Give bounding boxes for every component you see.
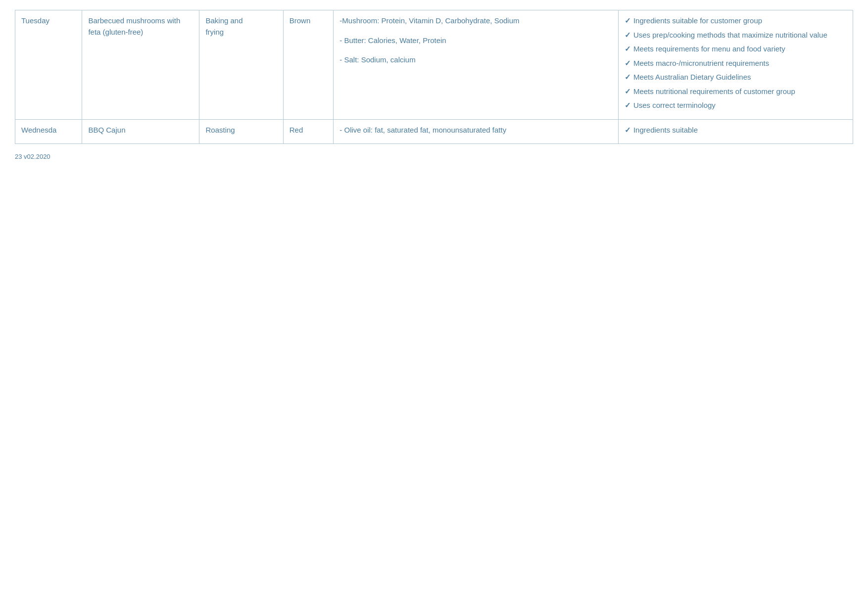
cell-tuesday-criteria: Ingredients suitable for customer group … [618, 10, 853, 120]
cell-tuesday-day: Tuesday [15, 10, 82, 120]
cell-tuesday-dish: Barbecued mushrooms with feta (gluten-fr… [82, 10, 199, 120]
cell-tuesday-nutrients: -Mushroom: Protein, Vitamin D, Carbohydr… [334, 10, 619, 120]
tuesday-criteria-1: Ingredients suitable for customer group [625, 15, 847, 27]
cell-wednesday-dish: BBQ Cajun [82, 119, 199, 144]
footer: 23 v02.2020 [15, 153, 853, 160]
wednesday-nutrient-1: - Olive oil: fat, saturated fat, monouns… [339, 126, 506, 134]
tuesday-criteria-7: Uses correct terminology [625, 100, 847, 111]
tuesday-criteria-4: Meets macro-/micronutrient requirements [625, 58, 847, 69]
table-row-wednesday: Wednesda BBQ Cajun Roasting Red - Olive … [15, 119, 853, 144]
wednesday-criteria-list: Ingredients suitable [625, 125, 847, 136]
tuesday-label: Tuesday [21, 16, 49, 25]
wednesday-criteria-1: Ingredients suitable [625, 125, 847, 136]
main-table: Tuesday Barbecued mushrooms with feta (g… [15, 10, 853, 144]
tuesday-criteria-3: Meets requirements for menu and food var… [625, 44, 847, 55]
tuesday-criteria-5: Meets Australian Dietary Guidelines [625, 72, 847, 83]
page-number: 23 [15, 153, 22, 160]
cell-wednesday-method: Roasting [199, 119, 283, 144]
cell-wednesday-color: Red [283, 119, 334, 144]
tuesday-nutrient-3: - Salt: Sodium, calcium [339, 55, 415, 64]
tuesday-criteria-list: Ingredients suitable for customer group … [625, 15, 847, 111]
cell-tuesday-method: Baking and frying [199, 10, 283, 120]
cell-wednesday-criteria: Ingredients suitable [618, 119, 853, 144]
page-wrapper: Tuesday Barbecued mushrooms with feta (g… [0, 0, 868, 614]
tuesday-method-line2: frying [205, 28, 224, 36]
tuesday-dish: Barbecued mushrooms with feta (gluten-fr… [88, 16, 180, 36]
wednesday-label: Wednesda [21, 126, 56, 134]
tuesday-color: Brown [289, 16, 311, 25]
wednesday-dish: BBQ Cajun [88, 126, 125, 134]
wednesday-color: Red [289, 126, 303, 134]
tuesday-criteria-2: Uses prep/cooking methods that maximize … [625, 30, 847, 41]
tuesday-nutrient-2: - Butter: Calories, Water, Protein [339, 36, 446, 45]
footer-date: v02.2020 [24, 153, 50, 160]
cell-tuesday-color: Brown [283, 10, 334, 120]
tuesday-method-line1: Baking and [205, 16, 242, 25]
tuesday-nutrient-1: -Mushroom: Protein, Vitamin D, Carbohydr… [339, 16, 519, 25]
tuesday-criteria-6: Meets nutritional requirements of custom… [625, 86, 847, 97]
cell-wednesday-nutrients: - Olive oil: fat, saturated fat, monouns… [334, 119, 619, 144]
cell-wednesday-day: Wednesda [15, 119, 82, 144]
table-row-tuesday: Tuesday Barbecued mushrooms with feta (g… [15, 10, 853, 120]
wednesday-method: Roasting [205, 126, 235, 134]
